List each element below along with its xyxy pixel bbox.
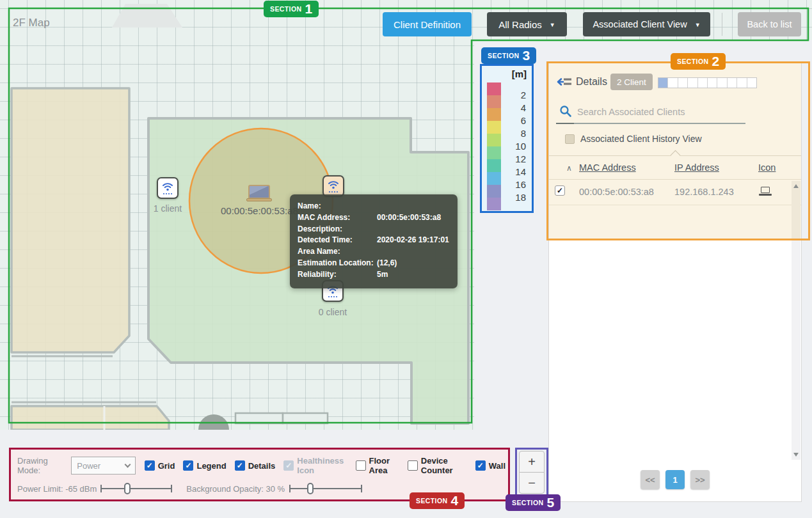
device-counter-checkbox[interactable]: Device Counter [408, 456, 467, 475]
section-5-badge: SECTION5 [506, 494, 561, 511]
background-opacity-slider[interactable] [289, 482, 362, 495]
checkbox-icon [408, 460, 418, 471]
floorplan-room-bottom [12, 406, 169, 430]
wifi-icon [159, 180, 176, 196]
chevron-down-icon: ▼ [695, 22, 701, 28]
zoom-in-button[interactable]: + [519, 451, 545, 473]
floorplan-trapezoid [112, 4, 182, 27]
tooltip-detected-time-value: 2020-02-26 19:17:01 [377, 235, 451, 246]
back-arrow-icon[interactable] [555, 75, 573, 88]
ap3-client-count-label: 0 client [312, 307, 353, 317]
slider-thumb[interactable] [307, 483, 314, 494]
tooltip-estimation-location-label: Estimation Location: [298, 258, 377, 269]
pagination-first-button[interactable]: << [641, 470, 660, 489]
history-view-checkbox[interactable] [565, 134, 575, 144]
client-capacity-bar [658, 77, 757, 88]
distance-legend: [m] 2 4 6 8 10 12 14 16 18 [480, 64, 534, 213]
table-row-divider [549, 205, 801, 205]
sort-ascending-icon[interactable]: ∧ [566, 164, 572, 173]
tooltip-estimation-location-value: (12,6) [377, 258, 451, 269]
search-underline [556, 123, 745, 124]
table-header-divider [549, 179, 801, 180]
associated-clients-panel: Details 2 Client Associated Client Histo… [548, 62, 802, 502]
pagination-page-1-button[interactable]: 1 [665, 470, 685, 489]
back-to-list-button[interactable]: Back to list [738, 12, 801, 36]
history-view-label: Associated Client History View [580, 134, 702, 144]
map-zoom-controls: + − [515, 448, 548, 498]
floorplan-room-left [12, 88, 129, 352]
section-1-badge: SECTION1 [264, 1, 319, 17]
slider-thumb[interactable] [124, 483, 131, 494]
wall-checkbox[interactable]: Wall [475, 456, 506, 475]
laptop-icon [759, 187, 772, 196]
chevron-down-icon: ▼ [550, 22, 555, 28]
checkbox-icon [183, 460, 193, 471]
panel-caret [671, 150, 681, 161]
client-row-ip: 192.168.1.243 [674, 187, 734, 197]
tooltip-area-name-label: Area Name: [298, 246, 377, 258]
power-limit-label: Power Limit: -65 dBm [17, 484, 97, 494]
floorplan-semicircle [198, 414, 229, 430]
tooltip-description-value [377, 224, 451, 235]
access-point-2-selected[interactable] [322, 175, 344, 197]
client-laptop-icon[interactable] [246, 185, 272, 203]
drawing-mode-select[interactable]: Power [71, 457, 135, 475]
column-header-mac-address[interactable]: MAC Address [579, 162, 636, 173]
tooltip-name-label: Name: [298, 201, 377, 212]
drawing-mode-label: Drawing Mode: [17, 456, 67, 475]
tooltip-name-value [377, 201, 451, 212]
section-2-badge: SECTION2 [671, 53, 726, 70]
section-4-badge: SECTION4 [410, 492, 465, 509]
grid-checkbox[interactable]: Grid [145, 456, 175, 475]
checkbox-icon [145, 460, 155, 471]
associated-client-view-dropdown[interactable]: Associated Client View ▼ [583, 12, 710, 36]
section-3-badge: SECTION3 [481, 47, 536, 64]
pagination-last-button[interactable]: >> [690, 470, 710, 489]
client-count-badge[interactable]: 2 Client [610, 74, 653, 90]
tooltip-description-label: Description: [298, 224, 377, 235]
healthiness-icon-checkbox: Healthiness Icon [283, 456, 347, 475]
legend-ticks: 2 4 6 8 10 12 14 16 18 [507, 89, 526, 204]
checkbox-icon [475, 460, 486, 471]
chevron-down-icon [124, 461, 131, 467]
scrollbar[interactable] [792, 181, 800, 460]
checkbox-icon [235, 460, 245, 471]
details-label: Details [576, 76, 607, 88]
tooltip-reliability-label: Reliability: [298, 269, 377, 281]
all-radios-dropdown[interactable]: All Radios ▼ [487, 12, 567, 36]
floorplan-table-1 [235, 413, 283, 423]
client-row-checkbox[interactable] [555, 185, 565, 196]
client-details-tooltip: Name: MAC Address:00:00:5e:00:53:a8 Desc… [290, 194, 458, 288]
tooltip-mac-label: MAC Address: [298, 212, 377, 224]
details-checkbox[interactable]: Details [235, 456, 276, 475]
floor-area-checkbox[interactable]: Floor Area [356, 456, 399, 475]
client-row-mac: 00:00:5e:00:53:a8 [579, 187, 654, 197]
legend-checkbox[interactable]: Legend [183, 456, 226, 475]
client-definition-button[interactable]: Client Definition [383, 12, 472, 36]
legend-unit-label: [m] [512, 68, 527, 79]
floorplan-table-2 [283, 413, 328, 423]
client-details-section: Details 2 Client Associated Client Histo… [549, 63, 801, 240]
ap1-client-count-label: 1 client [147, 203, 188, 214]
background-opacity-label: Background Opacity: 30 % [186, 484, 285, 494]
scroll-up-icon[interactable] [793, 184, 799, 188]
wifi-icon [325, 178, 342, 194]
scroll-down-icon[interactable] [793, 453, 799, 457]
zoom-out-button[interactable]: − [519, 472, 545, 494]
tooltip-area-name-value [377, 246, 451, 258]
legend-swatches [487, 82, 501, 210]
column-header-ip-address[interactable]: IP Address [674, 162, 719, 173]
layer-checkboxes: Grid Legend Details Healthiness Icon Flo… [145, 456, 506, 475]
search-icon [559, 105, 572, 118]
page-title: 2F Map [13, 17, 50, 29]
power-limit-slider[interactable] [100, 482, 172, 495]
tooltip-detected-time-label: Detected Time: [298, 235, 377, 246]
checkbox-icon [356, 460, 366, 471]
access-point-1[interactable] [157, 177, 179, 199]
column-header-icon[interactable]: Icon [758, 162, 776, 173]
tooltip-mac-value: 00:00:5e:00:53:a8 [377, 212, 451, 224]
tooltip-reliability-value: 5m [377, 269, 451, 281]
search-associated-clients-input[interactable] [577, 105, 737, 119]
pagination: << 1 >> [549, 470, 801, 489]
checkbox-icon [283, 460, 294, 471]
